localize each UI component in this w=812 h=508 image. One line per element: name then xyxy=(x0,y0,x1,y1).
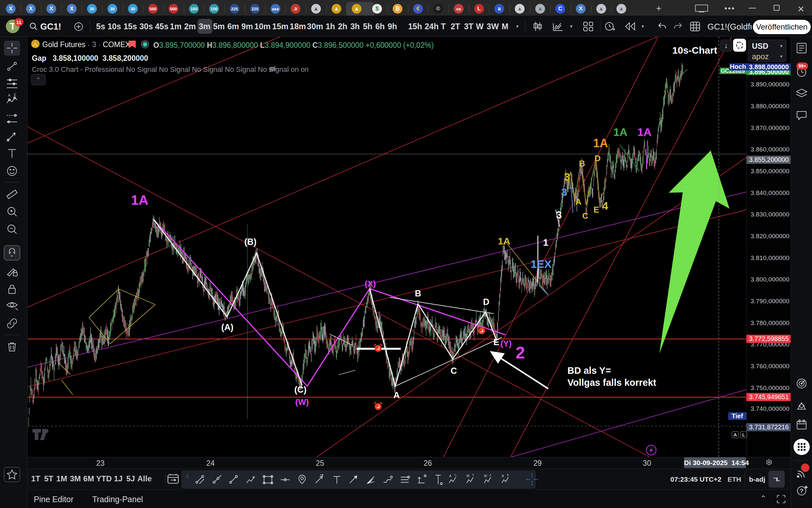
svg-text:B: B xyxy=(579,159,585,168)
svg-text:3: 3 xyxy=(564,171,570,183)
svg-text:1: 1 xyxy=(543,237,548,248)
svg-text:1EX: 1EX xyxy=(531,258,552,270)
svg-text:3: 3 xyxy=(556,209,562,221)
svg-text:1A: 1A xyxy=(613,126,627,138)
svg-text:E: E xyxy=(14,93,16,96)
svg-text:?: ? xyxy=(800,488,804,494)
svg-text:(Y): (Y) xyxy=(500,339,512,348)
svg-text:W: W xyxy=(466,474,470,478)
svg-text:Y: Y xyxy=(472,474,474,476)
svg-text:D: D xyxy=(595,154,601,163)
svg-text:BD als Y=: BD als Y= xyxy=(567,365,611,376)
svg-text:10s-Chart: 10s-Chart xyxy=(672,45,717,55)
svg-text:E: E xyxy=(507,474,509,476)
svg-text:(X): (X) xyxy=(365,279,376,289)
svg-text:A: A xyxy=(576,197,582,207)
svg-text:4: 4 xyxy=(602,200,608,212)
svg-text:1A: 1A xyxy=(593,136,608,150)
svg-text:D: D xyxy=(483,297,489,307)
svg-text:2: 2 xyxy=(516,343,525,362)
svg-text:E: E xyxy=(493,337,499,347)
svg-text:1A: 1A xyxy=(498,236,510,246)
svg-text:C: C xyxy=(455,474,457,476)
svg-text:Hoch: Hoch xyxy=(730,63,746,70)
svg-text:C: C xyxy=(450,366,457,376)
svg-text:A: A xyxy=(502,474,504,478)
svg-text:(A): (A) xyxy=(221,323,233,332)
svg-text:A: A xyxy=(393,390,400,400)
svg-text:(B): (B) xyxy=(244,237,256,247)
svg-text:1A: 1A xyxy=(131,193,148,208)
svg-text:(W): (W) xyxy=(295,397,309,407)
svg-text:W: W xyxy=(484,474,487,478)
svg-text:Vollgas falls korrekt: Vollgas falls korrekt xyxy=(567,377,657,388)
svg-text:C: C xyxy=(582,211,588,221)
svg-text:3: 3 xyxy=(561,186,567,198)
svg-text:Z: Z xyxy=(489,474,491,476)
svg-text:1A: 1A xyxy=(637,126,651,138)
svg-text:B: B xyxy=(415,289,421,298)
svg-text:A: A xyxy=(8,94,10,97)
svg-text:(C): (C) xyxy=(294,385,306,394)
svg-text:A: A xyxy=(449,474,451,478)
svg-text:E: E xyxy=(593,205,599,214)
